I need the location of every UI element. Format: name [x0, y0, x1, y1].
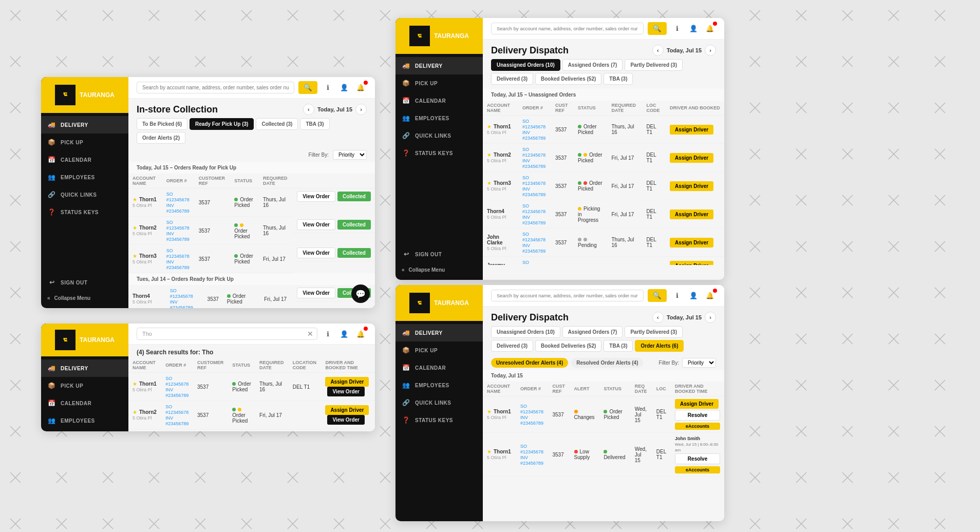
sidebar-delivery-quicklinks[interactable]: 🔗 QUICK LINKS: [395, 127, 483, 144]
tab-d2-unassigned[interactable]: Unassigned Orders (10): [491, 326, 560, 338]
sidebar-item-signout[interactable]: ↩ SIGN OUT: [41, 274, 128, 291]
search-input-field[interactable]: [137, 328, 317, 340]
search-input-delivery[interactable]: [491, 23, 644, 34]
resolve-btn[interactable]: Resolve: [675, 453, 720, 464]
date-prev-btn[interactable]: ‹: [652, 45, 664, 56]
view-order-btn[interactable]: View Order: [297, 219, 335, 230]
assign-driver-btn[interactable]: Assign Driver: [325, 405, 369, 415]
assign-driver-btn[interactable]: Assign Driver: [675, 399, 719, 409]
date-cell: [255, 429, 289, 432]
scroll-btn[interactable]: 💬: [351, 284, 370, 303]
subtab-unresolved[interactable]: Unresolved Order Alerts (4): [491, 358, 568, 368]
assign-driver-btn[interactable]: Assign Driver: [670, 238, 713, 248]
order-cell: SO #12345678INV #23456789: [516, 396, 548, 433]
collected-btn[interactable]: Collected: [337, 192, 371, 201]
tab-d2-orderalerts[interactable]: Order Alerts (6): [635, 340, 684, 352]
user-icon[interactable]: 👤: [338, 328, 350, 340]
search-button[interactable]: 🔍: [298, 81, 317, 94]
sidebar-delivery-calendar[interactable]: 📅 CALENDAR: [395, 92, 483, 109]
search-input[interactable]: [137, 82, 294, 93]
sidebar-d2-delivery[interactable]: 🚚 DELIVERY: [395, 324, 483, 341]
tab-tba[interactable]: TBA (3): [300, 118, 329, 130]
search-btn-d2[interactable]: 🔍: [648, 289, 667, 302]
filter-label-d2: Filter By:: [659, 360, 679, 366]
tab-readyforpickup[interactable]: Ready For Pick Up (3): [190, 118, 254, 130]
tab-d2-booked[interactable]: Booked Deliveries (52): [535, 340, 601, 352]
tab-tba[interactable]: TBA (3): [604, 73, 633, 85]
filter-select[interactable]: Priority: [333, 150, 367, 160]
sidebar-item-employees[interactable]: 👥 EMPLOYEES: [41, 168, 128, 186]
search-input-d2[interactable]: [491, 290, 644, 301]
sidebar: 🏗 TAURANGA 🚚 DELIVERY 📦 PICK UP 📅 CALEND…: [41, 77, 128, 308]
tab-d2-partly[interactable]: Partly Delivered (3): [625, 326, 683, 338]
filter-select-d2[interactable]: Priority: [682, 358, 716, 368]
sidebar-delivery-delivery[interactable]: 🚚 DELIVERY: [395, 57, 483, 74]
clear-search-btn[interactable]: ✕: [307, 330, 313, 338]
date-prev-btn[interactable]: ‹: [652, 312, 664, 323]
view-order-btn[interactable]: View Order: [297, 288, 335, 298]
view-order-btn[interactable]: View Order: [327, 415, 365, 425]
tab-d2-tba[interactable]: TBA (3): [604, 340, 633, 352]
assign-driver-btn[interactable]: Assign Driver: [670, 261, 713, 265]
view-order-btn[interactable]: View Order: [297, 248, 335, 258]
tab-unassigned[interactable]: Unassigned Orders (10): [491, 59, 560, 71]
assign-driver-btn[interactable]: Assign Driver: [670, 181, 713, 191]
sidebar-d2-pickup[interactable]: 📦 PICK UP: [395, 341, 483, 359]
date-prev-btn[interactable]: ‹: [303, 104, 314, 115]
date-next-btn[interactable]: ›: [705, 312, 716, 323]
sidebar-d2-statuskeys[interactable]: ❓ STATUS KEYS: [395, 411, 483, 429]
sidebar-delivery-employees[interactable]: 👥 EMPLOYEES: [395, 109, 483, 127]
tab-assigned[interactable]: Assigned Orders (7): [562, 59, 623, 71]
tab-tobepicked[interactable]: To Be Picked (6): [137, 118, 187, 130]
tab-collected[interactable]: Collected (3): [256, 118, 298, 130]
sidebar-item-quicklinks[interactable]: 🔗 QUICK LINKS: [41, 186, 128, 203]
view-order-btn[interactable]: View Order: [327, 387, 365, 396]
sidebar-delivery-signout[interactable]: ↩ SIGN OUT: [395, 245, 483, 263]
assign-driver-btn[interactable]: Assign Driver: [325, 377, 369, 387]
tab-orderalerts[interactable]: Order Alerts (2): [137, 132, 185, 144]
sidebar-search-pickup[interactable]: 📦 PICK UP: [41, 377, 128, 394]
sidebar-delivery-statuskeys[interactable]: ❓ STATUS KEYS: [395, 144, 483, 162]
info-icon[interactable]: ℹ: [322, 82, 334, 94]
subtab-resolved[interactable]: Resolved Order Alerts (4): [571, 358, 643, 368]
sidebar-search-calendar[interactable]: 📅 CALENDAR: [41, 394, 128, 412]
collected-btn[interactable]: Collected: [337, 248, 371, 258]
view-order-btn[interactable]: View Order: [297, 191, 335, 202]
sidebar-item-statuskeys[interactable]: ❓ STATUS KEYS: [41, 203, 128, 221]
col-ref: CUST REF: [551, 101, 574, 116]
info-icon[interactable]: ℹ: [322, 328, 334, 340]
user-icon[interactable]: 👤: [687, 23, 700, 35]
col-status: STATUS: [599, 382, 630, 396]
eaccounts-btn[interactable]: eAccounts: [675, 423, 720, 430]
tab-partly[interactable]: Partly Delivered (3): [625, 59, 683, 71]
date-cell: Wed, Jul 15: [631, 396, 652, 433]
sidebar-delivery-pickup[interactable]: 📦 PICK UP: [395, 74, 483, 92]
sidebar-d2-calendar[interactable]: 📅 CALENDAR: [395, 359, 483, 376]
tab-booked[interactable]: Booked Deliveries (52): [535, 73, 601, 85]
tab-d2-delivered[interactable]: Delivered (3): [491, 340, 533, 352]
user-icon[interactable]: 👤: [338, 82, 350, 94]
sidebar-search-employees[interactable]: 👥 EMPLOYEES: [41, 412, 128, 429]
sidebar-search-delivery[interactable]: 🚚 DELIVERY: [41, 359, 128, 377]
sidebar-d2-quicklinks[interactable]: 🔗 QUICK LINKS: [395, 394, 483, 411]
tab-delivered[interactable]: Delivered (3): [491, 73, 533, 85]
user-icon[interactable]: 👤: [687, 290, 700, 302]
tab-d2-assigned[interactable]: Assigned Orders (7): [562, 326, 623, 338]
collapse-menu[interactable]: « Collapse Menu: [41, 291, 128, 305]
sidebar-item-pickup[interactable]: 📦 PICK UP: [41, 134, 128, 151]
assign-driver-btn[interactable]: Assign Driver: [670, 125, 713, 135]
resolve-btn[interactable]: Resolve: [675, 410, 720, 421]
date-next-btn[interactable]: ›: [705, 45, 716, 56]
info-icon[interactable]: ℹ: [671, 290, 683, 302]
sidebar-item-delivery[interactable]: 🚚 DELIVERY: [41, 116, 128, 134]
collected-btn[interactable]: Collected: [337, 220, 371, 230]
info-icon[interactable]: ℹ: [671, 23, 683, 35]
assign-driver-btn[interactable]: Assign Driver: [670, 210, 713, 219]
search-btn-delivery[interactable]: 🔍: [648, 22, 667, 35]
assign-driver-btn[interactable]: Assign Driver: [670, 153, 713, 163]
sidebar-item-calendar[interactable]: 📅 CALENDAR: [41, 151, 128, 168]
collapse-menu-delivery[interactable]: « Collapse Menu: [395, 263, 483, 277]
eaccounts-btn[interactable]: eAccounts: [675, 466, 720, 473]
sidebar-d2-employees[interactable]: 👥 EMPLOYEES: [395, 376, 483, 394]
date-next-btn[interactable]: ›: [355, 104, 367, 115]
